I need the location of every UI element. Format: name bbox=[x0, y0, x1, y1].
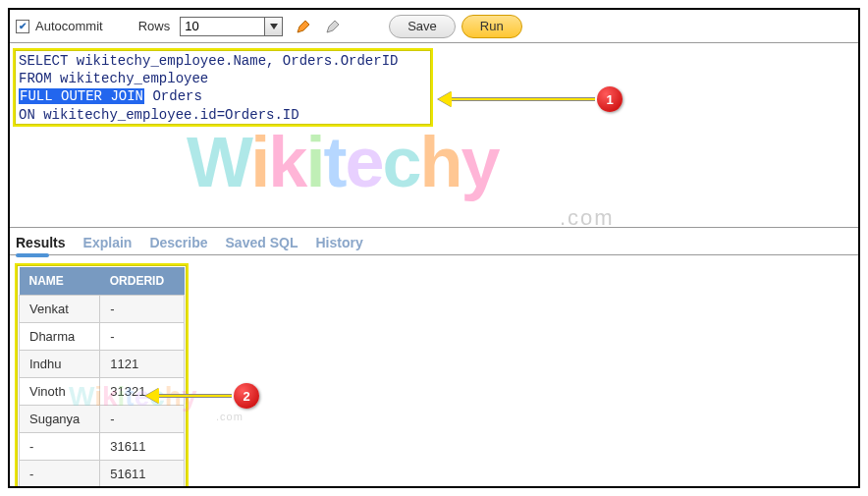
callout-arrow bbox=[438, 94, 595, 104]
table-row: Indhu1121 bbox=[20, 351, 185, 378]
sql-line: FULL OUTER JOIN Orders bbox=[19, 87, 427, 105]
watermark-small-suffix: .com bbox=[216, 411, 244, 422]
svg-marker-1 bbox=[298, 21, 309, 32]
callout-badge-1: 1 bbox=[597, 86, 623, 112]
autocommit-label: Autocommit bbox=[35, 19, 103, 33]
eraser-icon[interactable] bbox=[324, 18, 342, 35]
table-row: Venkat- bbox=[20, 296, 185, 323]
app-frame: ✔ Autocommit Rows 10 Save Run SELECT wik… bbox=[8, 8, 860, 488]
sql-editor-area: SELECT wikitechy_employee.Name, Orders.O… bbox=[10, 43, 858, 228]
rows-value: 10 bbox=[185, 19, 198, 33]
toolbar: ✔ Autocommit Rows 10 Save Run bbox=[10, 10, 858, 43]
col-name: NAME bbox=[20, 267, 100, 296]
run-button[interactable]: Run bbox=[461, 15, 522, 38]
watermark-suffix: .com bbox=[560, 205, 615, 231]
result-tabs: Results Explain Describe Saved SQL Histo… bbox=[10, 228, 858, 255]
sql-line: ON wikitechy_employee.id=Orders.ID bbox=[19, 106, 427, 124]
results-table: NAME ORDERID Venkat- Dharma- Indhu1121 V… bbox=[19, 267, 185, 488]
sql-line: SELECT wikitechy_employee.Name, Orders.O… bbox=[19, 52, 427, 70]
watermark: Wikitechy bbox=[187, 122, 499, 202]
chevron-down-icon[interactable] bbox=[264, 18, 282, 35]
svg-marker-0 bbox=[270, 24, 278, 29]
rows-label: Rows bbox=[138, 19, 171, 33]
table-row: Dharma- bbox=[20, 323, 185, 351]
table-header-row: NAME ORDERID bbox=[20, 267, 185, 296]
sql-editor[interactable]: SELECT wikitechy_employee.Name, Orders.O… bbox=[13, 48, 433, 127]
tab-results[interactable]: Results bbox=[16, 235, 66, 254]
table-row: Suganya- bbox=[20, 406, 185, 433]
results-area: Wikitechy .com NAME ORDERID Venkat- Dhar… bbox=[10, 255, 858, 487]
callout-arrow bbox=[145, 391, 232, 401]
svg-marker-2 bbox=[327, 21, 339, 32]
save-button[interactable]: Save bbox=[389, 15, 456, 38]
sql-selection: FULL OUTER JOIN bbox=[19, 88, 144, 104]
table-row: -51611 bbox=[20, 461, 185, 488]
tab-history[interactable]: History bbox=[315, 235, 362, 254]
results-table-box: NAME ORDERID Venkat- Dharma- Indhu1121 V… bbox=[15, 263, 189, 488]
callout-badge-2: 2 bbox=[234, 383, 259, 409]
autocommit-checkbox[interactable]: ✔ bbox=[16, 20, 29, 33]
pencil-icon[interactable] bbox=[295, 18, 312, 35]
rows-select[interactable]: 10 bbox=[180, 17, 283, 36]
tab-describe[interactable]: Describe bbox=[149, 235, 207, 254]
sql-line: FROM wikitechy_employee bbox=[19, 70, 427, 87]
tab-explain[interactable]: Explain bbox=[83, 235, 133, 254]
table-row: -31611 bbox=[20, 433, 185, 461]
tab-saved-sql[interactable]: Saved SQL bbox=[226, 235, 298, 254]
col-orderid: ORDERID bbox=[100, 267, 185, 296]
